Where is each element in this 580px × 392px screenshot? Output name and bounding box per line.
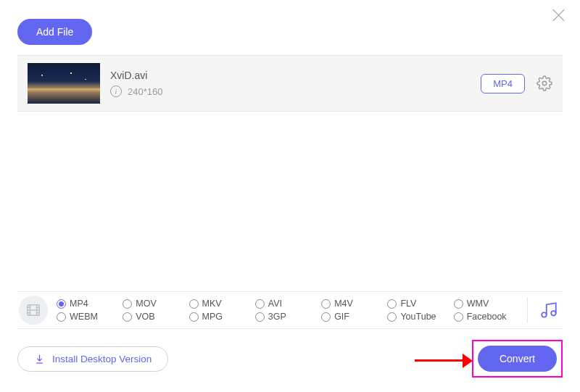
format-label: GIF <box>334 312 349 322</box>
file-resolution-row: i 240*160 <box>110 86 481 97</box>
radio-icon <box>454 299 463 309</box>
format-option-facebook[interactable]: Facebook <box>454 312 515 322</box>
format-option-mkv[interactable]: MKV <box>189 299 251 309</box>
close-icon[interactable] <box>551 7 567 23</box>
radio-icon <box>57 312 66 322</box>
file-row: XviD.avi i 240*160 MP4 <box>17 55 563 112</box>
format-label: WMV <box>467 299 489 309</box>
format-option-vob[interactable]: VOB <box>123 312 184 322</box>
output-format-button[interactable]: MP4 <box>481 74 525 93</box>
format-option-flv[interactable]: FLV <box>387 299 449 309</box>
format-label: AVI <box>268 299 282 309</box>
format-label: WEBM <box>70 312 98 322</box>
audio-category-icon[interactable] <box>539 301 558 320</box>
format-label: MKV <box>202 299 222 309</box>
add-file-button[interactable]: Add File <box>17 19 92 45</box>
format-option-m4v[interactable]: M4V <box>321 299 383 309</box>
file-resolution: 240*160 <box>128 86 162 97</box>
format-label: FLV <box>400 299 416 309</box>
format-panel: MP4MOVMKVAVIM4VFLVWMVWEBMVOBMPG3GPGIFYou… <box>17 291 563 329</box>
format-option-gif[interactable]: GIF <box>321 312 383 322</box>
format-option-mpg[interactable]: MPG <box>189 312 251 322</box>
format-grid: MP4MOVMKVAVIM4VFLVWMVWEBMVOBMPG3GPGIFYou… <box>57 299 515 322</box>
separator <box>527 297 528 323</box>
radio-icon <box>321 312 331 322</box>
radio-icon <box>123 299 132 309</box>
file-name: XviD.avi <box>110 70 481 81</box>
radio-icon <box>57 299 66 309</box>
gear-icon[interactable] <box>536 75 552 91</box>
radio-icon <box>123 312 132 322</box>
file-meta: XviD.avi i 240*160 <box>110 70 481 97</box>
format-option-mov[interactable]: MOV <box>123 299 184 309</box>
install-desktop-button[interactable]: Install Desktop Version <box>17 346 168 372</box>
annotation-arrow <box>415 354 473 356</box>
format-option-mp4[interactable]: MP4 <box>57 299 118 309</box>
format-option-wmv[interactable]: WMV <box>454 299 515 309</box>
convert-highlight-box: Convert <box>472 340 563 378</box>
format-label: MOV <box>136 299 156 309</box>
format-label: M4V <box>334 299 353 309</box>
convert-button[interactable]: Convert <box>478 346 557 372</box>
format-label: VOB <box>136 312 154 322</box>
radio-icon <box>454 312 463 322</box>
svg-point-0 <box>542 81 547 86</box>
format-label: MP4 <box>70 299 88 309</box>
radio-icon <box>255 299 265 309</box>
install-desktop-label: Install Desktop Version <box>52 354 152 364</box>
radio-icon <box>387 312 397 322</box>
video-thumbnail <box>28 63 100 104</box>
video-category-icon[interactable] <box>19 296 48 325</box>
format-option-webm[interactable]: WEBM <box>57 312 118 322</box>
radio-icon <box>255 312 265 322</box>
svg-point-10 <box>551 311 556 316</box>
format-label: Facebook <box>467 312 507 322</box>
radio-icon <box>189 312 199 322</box>
radio-icon <box>321 299 331 309</box>
radio-icon <box>387 299 397 309</box>
download-icon <box>34 354 45 364</box>
svg-point-9 <box>542 312 547 317</box>
format-label: MPG <box>202 312 223 322</box>
info-icon[interactable]: i <box>110 86 122 97</box>
format-option-avi[interactable]: AVI <box>255 299 317 309</box>
format-option-3gp[interactable]: 3GP <box>255 312 317 322</box>
format-label: 3GP <box>268 312 286 322</box>
radio-icon <box>189 299 199 309</box>
format-label: YouTube <box>400 312 436 322</box>
bottom-bar: Install Desktop Version Convert <box>17 341 563 377</box>
format-option-youtube[interactable]: YouTube <box>387 312 449 322</box>
